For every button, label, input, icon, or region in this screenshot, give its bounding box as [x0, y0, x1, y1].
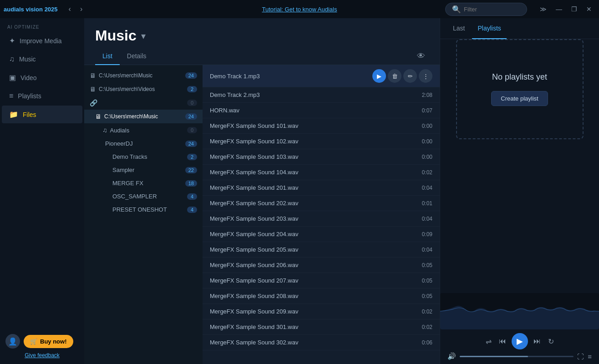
rs-tab-playlists[interactable]: Playlists [472, 18, 506, 39]
track-name: MergeFX Sample Sound 201.wav [210, 184, 414, 191]
track-row[interactable]: MergeFX Sample Sound 206.wav0:05 [203, 258, 440, 273]
track-row[interactable]: MergeFX Sample Sound 202.wav0:01 [203, 196, 440, 211]
track-row[interactable]: MergeFX Sample Sound 101.wav0:00 [203, 118, 440, 134]
track-play-button[interactable]: ▶ [372, 69, 386, 83]
tree-item-8[interactable]: MERGE FX 18 [84, 177, 203, 190]
badge-9: 4 [187, 193, 197, 200]
track-row[interactable]: MergeFX Sample Sound 208.wav0:05 [203, 288, 440, 304]
player-menu-button[interactable]: ≡ [588, 353, 592, 360]
tree-item-label: C:\Users\merch\Music [104, 113, 158, 120]
restore-button[interactable]: ❐ [568, 4, 581, 15]
sidebar-item-files[interactable]: 📁 Files [2, 106, 82, 123]
track-row[interactable]: MergeFX Sample Sound 205.wav0:04 [203, 242, 440, 258]
track-row[interactable]: MergeFX Sample Sound 301.wav0:02 [203, 319, 440, 335]
feedback-link[interactable]: Give feedback [5, 352, 79, 359]
track-duration: 0:02 [414, 169, 432, 176]
track-row[interactable]: MergeFX Sample Sound 204.wav0:09 [203, 227, 440, 242]
tree-item-10[interactable]: PRESET ONESHOT 4 [84, 203, 203, 216]
track-name: MergeFX Sample Sound 302.wav [210, 339, 414, 346]
improve-media-icon: ✦ [9, 36, 15, 45]
sidebar-bottom: 👤 🛒 Buy now! Give feedback [0, 329, 84, 364]
more-button[interactable]: ≫ [536, 4, 550, 15]
main-container: AI OPTIMIZE ✦ Improve Media ♫ Music ▣ Vi… [0, 18, 599, 364]
track-row[interactable]: Demo Track 1.mp3▶🗑✏⋮ [203, 65, 440, 87]
tree-item-label: PioneerDJ [105, 140, 133, 147]
sidebar-item-music[interactable]: ♫ Music [2, 51, 82, 68]
track-name: MergeFX Sample Sound 208.wav [210, 293, 414, 299]
tutorial-link[interactable]: Tutorial: Get to know Audials [262, 6, 337, 13]
minimize-button[interactable]: — [552, 4, 566, 15]
badge-4: 0 [187, 127, 197, 133]
track-row[interactable]: MergeFX Sample Sound 207.wav0:05 [203, 273, 440, 288]
tree-item-label: Demo Tracks [112, 153, 147, 160]
tree-item-label: Audials [110, 127, 130, 134]
nav-forward-button[interactable]: › [76, 3, 86, 15]
tree-item-1[interactable]: 🖥 C:\Users\merch\Videos 2 [84, 82, 203, 96]
play-pause-button[interactable]: ▶ [512, 333, 528, 349]
tree-item-3[interactable]: 🖥 C:\Users\merch\Music 24 [84, 110, 203, 123]
badge-8: 18 [185, 180, 197, 187]
track-row[interactable]: MergeFX Sample Sound 103.wav0:00 [203, 149, 440, 165]
badge-7: 22 [185, 167, 197, 173]
track-row[interactable]: HORN.wav0:07 [203, 103, 440, 118]
tree-item-6[interactable]: Demo Tracks 2 [84, 150, 203, 163]
track-duration: 0:05 [414, 278, 432, 284]
track-row[interactable]: MergeFX Sample Sound 203.wav0:04 [203, 211, 440, 227]
rs-tab-last[interactable]: Last [447, 18, 470, 39]
repeat-button[interactable]: ↻ [546, 335, 556, 348]
track-duration: 0:04 [414, 216, 432, 222]
track-row[interactable]: MergeFX Sample Sound 201.wav0:04 [203, 180, 440, 196]
tree-item-9[interactable]: OSC_SAMPLER 4 [84, 190, 203, 203]
tree-item-5[interactable]: PioneerDJ 24 [84, 137, 203, 150]
track-name: MergeFX Sample Sound 205.wav [210, 246, 414, 253]
volume-slider[interactable] [460, 356, 574, 357]
prev-button[interactable]: ⏮ [497, 335, 508, 347]
shuffle-button[interactable]: ⇌ [484, 335, 493, 348]
track-duration: 0:00 [414, 138, 432, 145]
tree-item-7[interactable]: Sampler 22 [84, 163, 203, 177]
next-button[interactable]: ⏭ [532, 335, 543, 347]
nav-back-button[interactable]: ‹ [65, 3, 75, 15]
link-icon: 🔗 [90, 99, 97, 106]
content-area: Music ▾ List Details 👁 🖥 C:\Users\merch\… [84, 18, 440, 364]
tab-details[interactable]: Details [120, 48, 154, 65]
track-name: Demo Track 2.mp3 [210, 91, 414, 98]
filter-input[interactable] [464, 6, 520, 13]
create-playlist-button[interactable]: Create playlist [491, 91, 548, 106]
page-title-dropdown[interactable]: ▾ [141, 30, 146, 41]
sidebar-item-video[interactable]: ▣ Video [2, 69, 82, 86]
fullscreen-button[interactable]: ⛶ [577, 353, 584, 360]
filter-box: 🔍 [445, 3, 527, 16]
tab-list[interactable]: List [95, 48, 120, 65]
track-row[interactable]: MergeFX Sample Sound 209.wav0:02 [203, 304, 440, 319]
tree-item-0[interactable]: 🖥 C:\Users\merch\Music 24 [84, 69, 203, 82]
track-delete-button[interactable]: 🗑 [388, 69, 401, 83]
volume-row: 🔊 ⛶ ≡ [440, 352, 599, 364]
sidebar-item-improve-media[interactable]: ✦ Improve Media [2, 32, 82, 50]
visibility-toggle-icon[interactable]: 👁 [413, 48, 429, 65]
track-row[interactable]: Demo Track 2.mp32:08 [203, 87, 440, 103]
track-row[interactable]: MergeFX Sample Sound 302.wav0:06 [203, 335, 440, 350]
close-button[interactable]: ✕ [583, 4, 595, 15]
track-name: MergeFX Sample Sound 207.wav [210, 277, 414, 284]
track-edit-button[interactable]: ✏ [403, 69, 417, 83]
rs-content: No playlists yet Create playlist ⇌ ⏮ ▶ ⏭… [440, 39, 599, 364]
player-area: ⇌ ⏮ ▶ ⏭ ↻ 🔊 ⛶ ≡ [440, 293, 599, 364]
player-controls: ⇌ ⏮ ▶ ⏭ ↻ [440, 333, 599, 349]
buy-button[interactable]: 🛒 Buy now! [24, 335, 73, 348]
track-name: HORN.wav [210, 107, 414, 114]
track-more-button[interactable]: ⋮ [419, 69, 432, 83]
page-title: Music [95, 27, 137, 44]
no-playlists-text: No playlists yet [492, 72, 547, 82]
track-name: Demo Track 1.mp3 [210, 73, 369, 80]
sidebar-item-playlists[interactable]: ≡ Playlists [2, 87, 82, 105]
badge-0: 24 [185, 72, 197, 79]
track-row[interactable]: MergeFX Sample Sound 104.wav0:02 [203, 165, 440, 180]
track-duration: 0:05 [414, 262, 432, 268]
user-avatar[interactable]: 👤 [5, 334, 20, 349]
track-duration: 0:06 [414, 339, 432, 346]
tree-item-2[interactable]: 🔗 0 [84, 96, 203, 110]
track-row[interactable]: MergeFX Sample Sound 102.wav0:00 [203, 134, 440, 149]
content-tabs: List Details 👁 [84, 48, 440, 65]
tree-item-4[interactable]: ♫ Audials 0 [84, 123, 203, 137]
